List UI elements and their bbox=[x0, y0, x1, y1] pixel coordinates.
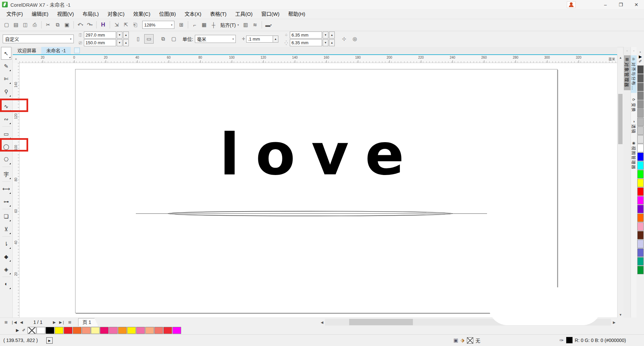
menu-effects[interactable]: 效果(C) bbox=[129, 9, 155, 19]
horizontal-scroll-thumb[interactable] bbox=[349, 319, 413, 325]
tab-welcome[interactable]: 欢迎屏幕 bbox=[12, 47, 41, 54]
connector-tool[interactable]: ⊶ bbox=[1, 195, 11, 208]
docker-tab-lens[interactable]: ◑ 透镜 bbox=[631, 118, 637, 136]
color-swatch[interactable] bbox=[637, 179, 644, 187]
color-swatch[interactable] bbox=[637, 196, 644, 205]
color-swatch[interactable] bbox=[82, 327, 91, 334]
docker-tab-view-manager[interactable]: ◉ 视图管理器 bbox=[631, 139, 637, 172]
page-height-field[interactable]: 150.0 mm bbox=[84, 39, 116, 46]
menu-edit[interactable]: 编辑(E) bbox=[27, 9, 53, 19]
menu-help[interactable]: 帮助(H) bbox=[284, 9, 310, 19]
show-guidelines-icon[interactable]: ┼ bbox=[209, 20, 218, 29]
extrude-tool[interactable]: ❏ bbox=[1, 210, 11, 223]
polygon-tool[interactable]: ⎔ bbox=[1, 153, 11, 166]
color-swatch[interactable] bbox=[637, 153, 644, 161]
color-swatch[interactable] bbox=[46, 327, 54, 334]
width-spin-down[interactable]: ▼ bbox=[117, 32, 122, 39]
color-swatch[interactable] bbox=[637, 100, 644, 109]
color-swatch[interactable] bbox=[127, 327, 136, 334]
image-info-icon[interactable]: ▣ bbox=[453, 337, 458, 343]
docker-pin-icon[interactable]: ▫ bbox=[627, 49, 628, 53]
menu-view[interactable]: 视图(V) bbox=[53, 9, 78, 19]
export-icon[interactable]: ⇱ bbox=[121, 20, 130, 29]
page-width-field[interactable]: 297.0 mm bbox=[84, 32, 116, 39]
account-icon[interactable] bbox=[567, 1, 576, 8]
color-swatch[interactable] bbox=[28, 327, 36, 334]
portrait-button[interactable]: ▯ bbox=[133, 34, 143, 44]
color-swatch[interactable] bbox=[637, 126, 644, 135]
last-page-button[interactable]: ▶❘ bbox=[59, 320, 65, 325]
color-swatch[interactable] bbox=[637, 231, 644, 239]
color-swatch[interactable] bbox=[100, 327, 109, 334]
cut-icon[interactable]: ✂ bbox=[44, 20, 53, 29]
color-swatch[interactable] bbox=[637, 92, 644, 100]
color-swatch[interactable] bbox=[637, 187, 644, 196]
paste-icon[interactable]: ▣ bbox=[62, 20, 71, 29]
add-page-button[interactable]: ⊞ bbox=[3, 320, 9, 325]
menu-text[interactable]: 文本(X) bbox=[180, 9, 206, 19]
color-swatch[interactable] bbox=[136, 327, 145, 334]
menu-window[interactable]: 窗口(W) bbox=[257, 9, 284, 19]
color-swatch[interactable] bbox=[145, 327, 154, 334]
horizontal-ruler[interactable]: 2002040608010012014016018020022024026028… bbox=[19, 55, 617, 63]
color-swatch[interactable] bbox=[637, 109, 644, 117]
current-page-button[interactable]: ▢ bbox=[169, 34, 178, 44]
scroll-up-icon[interactable]: ▲ bbox=[618, 56, 624, 59]
minimize-button[interactable]: – bbox=[598, 0, 613, 9]
canvas-ellipse-object[interactable] bbox=[75, 69, 557, 313]
color-swatch[interactable] bbox=[172, 327, 181, 334]
blend-tool[interactable]: ⊻ bbox=[1, 223, 11, 235]
color-swatch[interactable] bbox=[637, 266, 644, 274]
publish-pdf-icon[interactable]: ⎗ bbox=[131, 20, 140, 29]
text-tool[interactable]: 字 bbox=[1, 168, 11, 180]
landscape-button[interactable]: ▭ bbox=[144, 34, 154, 44]
menu-bitmaps[interactable]: 位图(B) bbox=[155, 9, 180, 19]
pick-tool[interactable]: ↖ bbox=[1, 47, 11, 60]
color-swatch[interactable] bbox=[637, 83, 644, 91]
new-document-icon[interactable]: ▢ bbox=[2, 20, 11, 29]
color-swatch[interactable] bbox=[73, 327, 82, 334]
copy-icon[interactable]: ⧉ bbox=[53, 20, 62, 29]
page-size-preset-select[interactable]: 自定义▾ bbox=[3, 35, 74, 43]
shape-tool[interactable]: ✎ bbox=[1, 60, 11, 72]
color-swatch[interactable] bbox=[55, 327, 63, 334]
new-tab-icon[interactable] bbox=[74, 48, 80, 53]
dupx-spin-down[interactable]: ▼ bbox=[323, 32, 328, 39]
print-icon[interactable]: ⎙ bbox=[30, 20, 39, 29]
smart-fill-tool[interactable]: ◆ bbox=[1, 250, 11, 263]
color-swatch[interactable] bbox=[118, 327, 127, 334]
palette-flyout-icon[interactable]: ▶ bbox=[15, 328, 20, 333]
color-swatch[interactable] bbox=[91, 327, 100, 334]
zoom-level-select[interactable]: 128%▾ bbox=[142, 21, 174, 29]
color-swatch[interactable] bbox=[109, 327, 118, 334]
crop-tool[interactable]: ✄ bbox=[1, 72, 11, 85]
outline-tool[interactable]: ◐ bbox=[1, 278, 11, 290]
units-select[interactable]: 毫米▾ bbox=[195, 35, 236, 43]
prev-page-button[interactable]: ◀ bbox=[18, 320, 25, 325]
dupy-spin-up[interactable]: ▲ bbox=[329, 39, 335, 46]
color-eyedropper-icon[interactable]: ✐ bbox=[638, 59, 643, 64]
color-swatch[interactable] bbox=[637, 118, 644, 126]
show-grid-icon[interactable]: ▦ bbox=[200, 20, 209, 29]
vertical-scroll-thumb[interactable] bbox=[618, 94, 623, 144]
show-rulers-icon[interactable]: ⌐ bbox=[190, 20, 199, 29]
color-swatch[interactable] bbox=[637, 240, 644, 248]
menu-tools[interactable]: 工具(O) bbox=[231, 9, 257, 19]
nudge-field[interactable]: .1 mm bbox=[246, 36, 273, 43]
height-spin-up[interactable]: ▲ bbox=[123, 39, 129, 46]
ruler-origin-icon[interactable]: ⌖ bbox=[12, 55, 20, 63]
menu-file[interactable]: 文件(F) bbox=[2, 9, 27, 19]
docker-pin-icon[interactable]: ▫ bbox=[633, 49, 635, 53]
snap-to-dropdown[interactable]: 贴齐(T)▾ bbox=[218, 21, 241, 28]
duplicate-y-field[interactable]: 6.35 mm bbox=[290, 39, 322, 46]
page-1-tab[interactable]: 页 1 bbox=[78, 318, 98, 326]
color-swatch[interactable] bbox=[154, 327, 163, 334]
add-page-button-2[interactable]: ⊞ bbox=[66, 320, 73, 325]
duplicate-x-field[interactable]: 6.35 mm bbox=[290, 32, 322, 39]
interactive-fill-tool[interactable]: ◈ bbox=[1, 263, 11, 276]
zoom-tool[interactable]: ⚲ bbox=[1, 85, 11, 98]
color-swatch[interactable] bbox=[637, 170, 644, 178]
treat-as-filled-button[interactable]: ⊹ bbox=[339, 34, 349, 44]
search-content-icon[interactable]: H bbox=[99, 20, 108, 29]
palette-options-icon[interactable]: ▫ bbox=[638, 50, 643, 54]
